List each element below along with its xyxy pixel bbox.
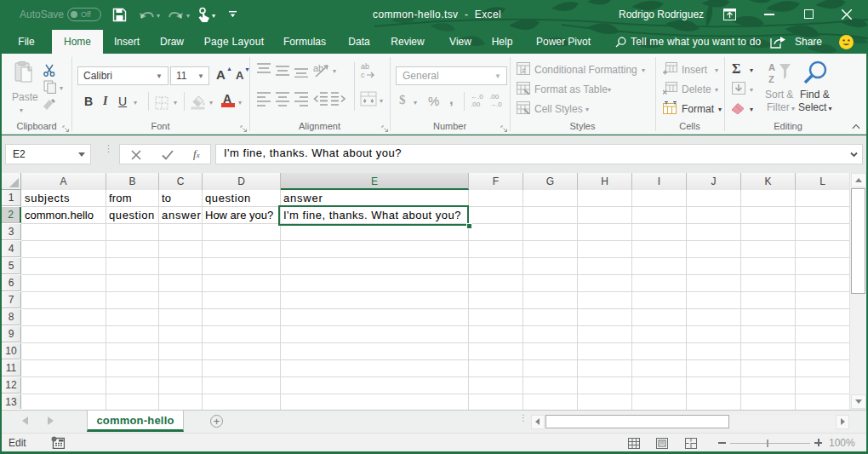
svg-text:≠: ≠ [522, 66, 526, 75]
svg-text:ab: ab [361, 62, 369, 71]
svg-text:ab: ab [313, 63, 323, 73]
svg-text:c: c [361, 71, 365, 78]
svg-text:Z: Z [768, 74, 774, 84]
svg-text:A: A [768, 62, 775, 72]
